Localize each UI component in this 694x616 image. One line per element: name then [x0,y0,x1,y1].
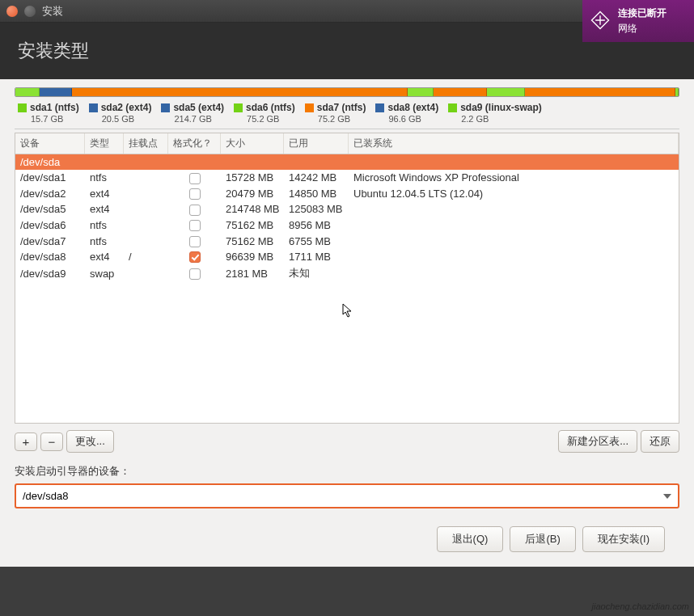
table-parent-row[interactable]: /dev/sda [15,154,679,170]
footer-buttons: 退出(Q) 后退(B) 现在安装(I) [15,508,679,567]
bar-segment [408,88,434,96]
disk-usage-bar [15,87,679,97]
format-checkbox[interactable] [189,220,201,231]
legend-size: 75.2 GB [234,114,295,124]
legend-name: sda6 (ntfs) [246,102,295,113]
chevron-down-icon [663,494,671,499]
network-disconnected-icon [589,9,611,34]
swatch-icon [448,103,457,112]
bar-segment [525,88,675,96]
change-partition-button[interactable]: 更改... [66,430,114,453]
col-device: 设备 [15,133,85,154]
network-notification[interactable]: 连接已断开 网络 [582,0,694,42]
back-button[interactable]: 后退(B) [510,526,575,552]
bootloader-select[interactable]: /dev/sda8 [15,483,679,508]
page-title: 安装类型 [18,39,676,63]
partition-legend: sda1 (ntfs)15.7 GBsda2 (ext4)20.5 GBsda5… [15,102,679,129]
watermark: jiaocheng.chazidian.com [592,601,689,611]
table-row[interactable]: /dev/sda9swap2181 MB未知 [15,264,679,282]
legend-size: 15.7 GB [18,114,79,124]
swatch-icon [161,103,170,112]
remove-partition-button[interactable]: − [40,432,63,451]
legend-item[interactable]: sda5 (ext4)214.7 GB [158,102,227,124]
legend-name: sda9 (linux-swap) [460,102,542,113]
legend-name: sda8 (ext4) [387,102,438,113]
table-header: 设备 类型 挂载点 格式化？ 大小 已用 已装系统 [15,133,679,154]
quit-button[interactable]: 退出(Q) [437,526,504,552]
legend-size: 96.6 GB [375,114,438,124]
swatch-icon [305,103,314,112]
table-row[interactable]: /dev/sda8ext4/96639 MB1711 MB [15,249,679,265]
legend-name: sda1 (ntfs) [30,102,79,113]
legend-item[interactable]: sda8 (ext4)96.6 GB [372,102,442,124]
col-used: 已用 [284,133,349,154]
install-now-button[interactable]: 现在安装(I) [582,526,665,552]
legend-item[interactable]: sda2 (ext4)20.5 GB [86,102,155,124]
legend-item[interactable]: sda9 (linux-swap)2.2 GB [445,102,545,124]
legend-size: 214.7 GB [161,114,224,124]
notification-title: 连接已断开 [618,6,666,20]
table-row[interactable]: /dev/sda7ntfs75162 MB6755 MB [15,233,679,249]
swatch-icon [375,103,384,112]
notification-subtitle: 网络 [618,22,666,36]
legend-name: sda7 (ntfs) [317,102,366,113]
legend-size: 2.2 GB [448,114,542,124]
table-row[interactable]: /dev/sda2ext420479 MB14850 MBUbuntu 12.0… [15,186,679,202]
swatch-icon [18,103,27,112]
swatch-icon [234,103,243,112]
bootloader-value: /dev/sda8 [23,490,68,502]
bar-segment [72,88,408,96]
minimize-icon[interactable] [24,6,36,17]
format-checkbox[interactable] [189,268,201,280]
bootloader-label: 安装启动引导器的设备： [15,464,679,479]
new-partition-table-button[interactable]: 新建分区表... [558,430,637,453]
bar-segment [487,88,525,96]
col-format: 格式化？ [168,133,221,154]
col-size: 大小 [221,133,284,154]
partition-table[interactable]: 设备 类型 挂载点 格式化？ 大小 已用 已装系统 /dev/sda /dev/… [15,133,679,424]
bootloader-section: 安装启动引导器的设备： /dev/sda8 [15,464,679,508]
legend-size: 75.2 GB [305,114,366,124]
revert-button[interactable]: 还原 [641,430,679,453]
table-row[interactable]: /dev/sda6ntfs75162 MB8956 MB [15,217,679,234]
legend-item[interactable]: sda1 (ntfs)15.7 GB [15,102,83,124]
legend-name: sda5 (ext4) [173,102,224,113]
bar-segment [15,88,40,96]
partition-toolbar: + − 更改... 新建分区表... 还原 [15,430,679,453]
cursor-icon [342,303,353,318]
format-checkbox[interactable] [189,251,201,263]
legend-item[interactable]: sda7 (ntfs)75.2 GB [302,102,370,124]
table-row[interactable]: /dev/sda5ext4214748 MB125083 MB [15,201,679,217]
format-checkbox[interactable] [189,205,201,216]
bar-segment [434,88,487,96]
swatch-icon [89,103,98,112]
col-mount: 挂载点 [124,133,168,154]
format-checkbox[interactable] [189,173,201,184]
bar-segment [40,88,71,96]
legend-size: 20.5 GB [89,114,152,124]
add-partition-button[interactable]: + [15,432,37,451]
close-icon[interactable] [6,6,18,17]
bar-segment [675,88,679,96]
format-checkbox[interactable] [189,236,201,247]
col-system: 已装系统 [349,133,679,154]
table-row[interactable]: /dev/sda1ntfs15728 MB14242 MBMicrosoft W… [15,170,679,186]
format-checkbox[interactable] [189,188,201,200]
col-type: 类型 [85,133,124,154]
legend-item[interactable]: sda6 (ntfs)75.2 GB [231,102,298,124]
legend-name: sda2 (ext4) [101,102,152,113]
window-title: 安装 [42,4,63,19]
